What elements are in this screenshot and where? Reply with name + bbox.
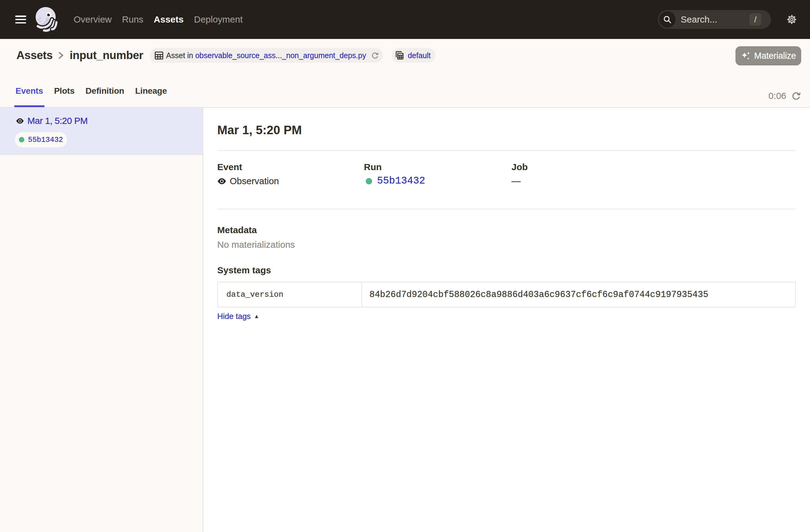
run-tag[interactable]: 55b13432 — [15, 132, 67, 147]
event-detail-panel: Mar 1, 5:20 PM Event Observation Run — [203, 108, 810, 532]
code-location-link[interactable]: default — [408, 51, 431, 60]
event-detail-columns: Event Observation Run 55b13432 — [217, 162, 796, 187]
tab-plots[interactable]: Plots — [53, 80, 76, 107]
caret-up-icon: ▲ — [254, 313, 259, 320]
primary-nav: Overview Runs Assets Deployment — [74, 14, 243, 25]
job-value: — — [512, 175, 521, 187]
search-shortcut-key: / — [749, 13, 761, 26]
code-location-tag: default — [392, 48, 435, 63]
run-value-row: 55b13432 — [364, 175, 512, 187]
table-row: data_version 84b26d7d9204cbf588026c8a988… — [217, 282, 795, 307]
reload-definition-icon[interactable] — [371, 52, 379, 59]
run-id-link[interactable]: 55b13432 — [28, 136, 63, 144]
event-type-value: Observation — [230, 175, 279, 187]
chevron-right-icon — [58, 50, 65, 61]
observation-eye-icon — [217, 178, 226, 185]
nav-overview[interactable]: Overview — [74, 14, 112, 25]
breadcrumb: Assets input_number — [16, 49, 143, 62]
search-input[interactable]: Search... / — [658, 10, 771, 29]
job-column: Job — — [512, 162, 796, 187]
asset-definition-tag: Asset in observable_source_ass..._non_ar… — [150, 48, 383, 63]
tab-lineage[interactable]: Lineage — [134, 80, 168, 107]
event-detail-title: Mar 1, 5:20 PM — [217, 122, 796, 138]
event-row-header: Mar 1, 5:20 PM — [16, 116, 202, 126]
tag-value-cell: 84b26d7d9204cbf588026c8a9886d403a6c9637c… — [362, 282, 795, 307]
system-tags-heading: System tags — [217, 264, 796, 276]
job-column-label: Job — [512, 162, 796, 173]
metadata-heading: Metadata — [217, 224, 796, 236]
run-status-dot — [19, 137, 25, 142]
system-tags-table: data_version 84b26d7d9204cbf588026c8a988… — [217, 282, 796, 307]
table-icon — [154, 51, 164, 60]
job-value-row: — — [512, 175, 796, 187]
page-title: input_number — [70, 49, 143, 62]
events-sidebar: Mar 1, 5:20 PM 55b13432 — [0, 108, 203, 532]
event-value-row: Observation — [217, 175, 364, 187]
nav-assets[interactable]: Assets — [154, 14, 183, 25]
divider — [217, 150, 796, 151]
nav-deployment[interactable]: Deployment — [194, 14, 243, 25]
settings-gear-icon[interactable] — [787, 15, 796, 24]
nav-runs[interactable]: Runs — [122, 14, 143, 25]
page-header-row: Assets input_number Asset in observable_… — [0, 39, 810, 80]
run-id-link[interactable]: 55b13432 — [377, 175, 425, 187]
top-nav-bar: Overview Runs Assets Deployment Search..… — [0, 0, 810, 39]
event-timestamp-link[interactable]: Mar 1, 5:20 PM — [27, 116, 87, 126]
tab-events[interactable]: Events — [14, 80, 45, 107]
search-placeholder: Search... — [681, 14, 717, 25]
run-column: Run 55b13432 — [364, 162, 512, 187]
hide-tags-link[interactable]: Hide tags ▲ — [217, 312, 259, 321]
event-column: Event Observation — [217, 162, 364, 187]
menu-hamburger-icon[interactable] — [15, 16, 26, 23]
asset-file-link[interactable]: observable_source_ass..._non_argument_de… — [195, 51, 366, 60]
content-area: Mar 1, 5:20 PM 55b13432 Mar 1, 5:20 PM E… — [0, 108, 810, 532]
code-location-icon — [395, 51, 404, 60]
tabs: Events Plots Definition Lineage — [14, 80, 177, 107]
search-icon — [659, 11, 676, 28]
tag-key-cell: data_version — [217, 282, 362, 307]
sparkles-icon — [741, 51, 751, 61]
refresh-countdown: 0:06 — [768, 91, 786, 101]
dagster-logo[interactable] — [33, 6, 60, 33]
asset-in-label: Asset in — [166, 51, 193, 60]
breadcrumb-assets-link[interactable]: Assets — [16, 49, 53, 62]
event-column-label: Event — [217, 162, 364, 173]
metadata-empty-text: No materializations — [217, 239, 796, 251]
event-list-item[interactable]: Mar 1, 5:20 PM 55b13432 — [0, 108, 202, 155]
tabs-bar: Events Plots Definition Lineage 0:06 — [0, 80, 810, 108]
divider — [217, 209, 796, 209]
run-status-dot — [366, 178, 372, 184]
run-column-label: Run — [364, 162, 512, 173]
refresh-meta: 0:06 — [768, 80, 801, 107]
tab-definition[interactable]: Definition — [84, 80, 125, 107]
materialize-button[interactable]: Materialize — [735, 46, 801, 65]
observation-eye-icon — [16, 118, 24, 124]
hide-tags-label: Hide tags — [217, 312, 251, 321]
refresh-icon[interactable] — [791, 91, 801, 101]
materialize-label: Materialize — [754, 51, 796, 61]
